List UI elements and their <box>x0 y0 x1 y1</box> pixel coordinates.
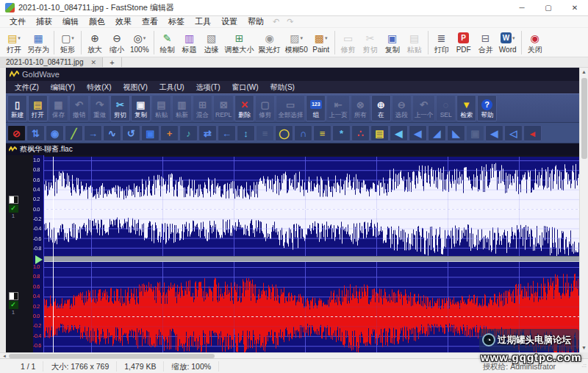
gw-copy-button[interactable]: ▣复制 <box>131 95 151 121</box>
vertical-scrollbar[interactable]: ▲ ▼ <box>579 68 588 352</box>
effect-invert-icon[interactable]: ▣ <box>141 125 159 141</box>
toolbar-save-as-button[interactable]: ▦另存为 <box>25 29 51 56</box>
effect-mechanize-icon[interactable]: ♪ <box>179 125 198 141</box>
toolbar-resize-button[interactable]: ⊞调整大小 <box>223 29 257 56</box>
toolbar-rect-capture-button[interactable]: ▢▾矩形 <box>57 29 79 56</box>
menu-item-5[interactable]: 查看 <box>137 16 163 27</box>
gw-search-button[interactable]: ▼检索 <box>456 95 476 121</box>
window-title: 2021-01-10_084711.jpg - FastStone 编辑器 <box>18 2 174 13</box>
tab-active[interactable]: 2021-01-10_084711.jpg ✕ <box>0 57 103 67</box>
toolbar-copy-button[interactable]: ▣复制 <box>381 29 404 56</box>
close-button[interactable]: ✕ <box>562 0 588 16</box>
new-tab-button[interactable]: + <box>103 57 122 67</box>
toolbar-paint-button[interactable]: ▩▾Paint <box>310 29 332 56</box>
effect-echo-icon[interactable]: ⇄ <box>198 125 217 141</box>
gw-open-button[interactable]: ▤打开 <box>28 95 48 121</box>
menu-item-7[interactable]: 工具 <box>190 16 216 27</box>
gw-cut-button[interactable]: ✂剪切 <box>110 95 130 121</box>
dropdown-arrow-icon[interactable]: ▾ <box>301 35 304 41</box>
stereo-waveform-canvas[interactable] <box>44 157 579 352</box>
menu-item-8[interactable]: 设置 <box>216 16 243 27</box>
toolbar-caption-button[interactable]: ▥标题 <box>179 29 201 56</box>
gw-set-group-button[interactable]: 123组 <box>306 95 326 121</box>
goldwave-menu-item-2[interactable]: 特效(X) <box>81 82 117 93</box>
gw-zoom-in-button[interactable]: ⊕在 <box>371 95 391 121</box>
effect-volume-reduce-icon[interactable]: ◀ <box>409 125 427 141</box>
effect-pan-icon[interactable]: ↕ <box>237 125 255 141</box>
effect-disable-icon[interactable]: ⊘ <box>7 125 26 141</box>
effect-flanger-icon[interactable]: ↺ <box>122 125 140 141</box>
effect-spectrum-icon[interactable]: ▤ <box>370 125 389 141</box>
scroll-up-icon[interactable]: ▲ <box>580 68 588 77</box>
toolbar-close-button[interactable]: ◉关闭 <box>524 29 546 56</box>
axis-tick-bottom: 0.2 <box>33 304 52 310</box>
effect-fade-out-icon[interactable]: ◣ <box>447 125 465 141</box>
menu-item-4[interactable]: 效果 <box>110 16 137 27</box>
axis-tick-bottom: -0.4 <box>33 333 52 339</box>
gw-zoom-in-label: 在 <box>378 111 384 118</box>
goldwave-menu-item-0[interactable]: 文件(Z) <box>9 82 45 93</box>
effect-shape-icon[interactable]: ◯ <box>275 125 293 141</box>
channel-status-icon[interactable] <box>9 292 18 300</box>
menu-item-9[interactable]: 帮助 <box>243 16 269 27</box>
toolbar-blur50-button[interactable]: ▨▾模糊50 <box>283 29 310 56</box>
toolbar-zoom-in-button[interactable]: ⊕放大 <box>84 29 106 56</box>
gw-new-button[interactable]: ▯新建 <box>7 95 27 121</box>
toolbar-draw-button[interactable]: ✎绘制 <box>157 29 179 56</box>
goldwave-menu-item-6[interactable]: 窗口(W) <box>226 82 264 93</box>
toolbar-print-button[interactable]: ≣打印 <box>431 29 453 56</box>
effect-interpolate-icon[interactable]: + <box>160 125 179 141</box>
selection-start-marker[interactable] <box>35 255 43 264</box>
vertical-scroll-thumb[interactable] <box>581 78 587 159</box>
effect-reverse-icon[interactable]: ← <box>218 125 236 141</box>
gw-help-button[interactable]: ?帮助 <box>477 95 497 121</box>
menu-item-3[interactable]: 颜色 <box>84 16 110 27</box>
gw-delete-button[interactable]: ✕删除 <box>234 95 254 121</box>
tab-close-icon[interactable]: ✕ <box>90 59 96 66</box>
goldwave-menu-item-1[interactable]: 编辑(Y) <box>45 82 81 93</box>
effect-equalizer-icon[interactable]: ≡ <box>313 125 331 141</box>
effect-reverb-icon[interactable]: ∩ <box>294 125 312 141</box>
goldwave-menu-item-3[interactable]: 视图(V) <box>117 82 153 93</box>
effect-fade-in-icon[interactable]: ◢ <box>428 125 446 141</box>
channel-enabled-check-icon[interactable]: ✓ <box>9 205 18 213</box>
goldwave-menu-item-4[interactable]: 工具(U) <box>154 82 190 93</box>
effect-offset-icon[interactable]: → <box>84 125 102 141</box>
scroll-left-icon[interactable]: ◂ <box>0 353 9 358</box>
toolbar-spotlight-button[interactable]: ◉聚光灯 <box>257 29 283 56</box>
minimize-button[interactable]: ─ <box>509 0 535 16</box>
effect-pitch-icon[interactable]: ╱ <box>65 125 83 141</box>
toolbar-edge-button[interactable]: ▧边缘 <box>201 29 223 56</box>
goldwave-menu-item-7[interactable]: 帮助(S) <box>265 82 301 93</box>
gw-help-label: 帮助 <box>481 111 493 118</box>
menu-item-6[interactable]: 标签 <box>163 16 190 27</box>
toolbar-zoom-out-button[interactable]: ⊖缩小 <box>106 29 128 56</box>
menu-item-0[interactable]: 文件 <box>4 16 31 27</box>
effect-noise-reduction-icon[interactable]: ∴ <box>351 125 370 141</box>
effect-maximize-volume-icon[interactable]: ◀ <box>485 125 503 141</box>
dropdown-arrow-icon[interactable]: ▾ <box>71 35 74 41</box>
effect-stereo-volume-icon[interactable]: ◂ <box>523 125 542 141</box>
menu-item-2[interactable]: 编辑 <box>57 16 84 27</box>
toolbar-join-button[interactable]: ⊟合并 <box>475 29 497 56</box>
dropdown-arrow-icon[interactable]: ▾ <box>512 35 515 41</box>
toolbar-word-button[interactable]: W▾Word <box>497 29 519 56</box>
toolbar-open-button[interactable]: ▤▾打开 <box>3 29 25 56</box>
dropdown-arrow-icon[interactable]: ▾ <box>143 35 146 41</box>
effect-filter-icon[interactable]: ∿ <box>103 125 121 141</box>
toolbar-pdf-button[interactable]: PPDF <box>453 29 475 56</box>
goldwave-menu-item-5[interactable]: 选项(T) <box>190 82 226 93</box>
effect-dynamics-icon[interactable]: ◉ <box>46 125 64 141</box>
dropdown-arrow-icon[interactable]: ▾ <box>325 35 328 41</box>
dropdown-arrow-icon[interactable]: ▾ <box>18 35 21 41</box>
channel-status-icon[interactable] <box>9 196 18 204</box>
toolbar-zoom-100-button[interactable]: ◎▾100% <box>128 29 151 56</box>
effect-smoother-icon[interactable]: * <box>332 125 351 141</box>
maximize-button[interactable]: ▢ <box>535 0 562 16</box>
effect-volume-icon[interactable]: ◀ <box>390 125 408 141</box>
channel-enabled-check-icon[interactable]: ✓ <box>9 301 18 309</box>
effect-shape-volume-icon[interactable]: ◁ <box>504 125 523 141</box>
resize-grip[interactable]: .:: <box>581 362 587 369</box>
menu-item-1[interactable]: 捕获 <box>31 16 57 27</box>
effect-doppler-icon[interactable]: ⇅ <box>26 125 45 141</box>
